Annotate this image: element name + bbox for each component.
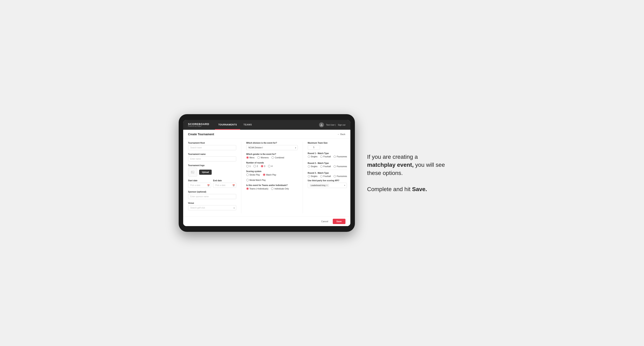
tournament-name-input[interactable] (188, 156, 236, 162)
round3-foursomes[interactable]: Foursomes (334, 175, 347, 177)
scoring-match[interactable]: Match Play (263, 173, 276, 176)
gender-womens-radio[interactable] (257, 156, 260, 159)
brand-subtitle: Powered by clippit (188, 125, 210, 127)
brand: SCOREBOARD Powered by clippit (188, 123, 210, 127)
gender-combined[interactable]: Combined (272, 156, 284, 159)
gender-field: Which gender is the event for? Mens Wome… (246, 153, 298, 159)
api-select-display[interactable]: Leaderboard King ✕ ▾ (308, 183, 347, 188)
back-link[interactable]: ← Back (338, 133, 346, 136)
api-tag-remove[interactable]: ✕ (326, 184, 328, 186)
scoring-medal[interactable]: Medal Match Play (246, 179, 266, 181)
gender-combined-label: Combined (275, 157, 284, 159)
round2-foursomes-label: Foursomes (337, 165, 347, 168)
scoring-stroke[interactable]: Stroke Play (246, 173, 260, 176)
annotation-top: If you are creating a matchplay event, y… (367, 153, 445, 177)
max-team-size-label: Maximum Team Size (308, 142, 347, 144)
round3-section: Round 3 - Match Type Singles Fourball (308, 172, 347, 177)
round3-singles-radio[interactable] (308, 175, 310, 177)
round3-fourball-radio[interactable] (320, 175, 322, 177)
individuals-only[interactable]: Individuals Only (271, 187, 289, 190)
gender-mens-radio[interactable] (246, 156, 249, 159)
tournament-host-label: Tournament Host (188, 142, 236, 144)
round3-singles[interactable]: Singles (308, 175, 318, 177)
round2-fourball-radio[interactable] (320, 165, 322, 168)
teams-plus-individuals[interactable]: Teams (+Individuals) (246, 187, 268, 190)
round3-foursomes-radio[interactable] (334, 175, 336, 177)
rounds-field: Number of rounds 1 2 (246, 162, 298, 167)
round1-foursomes-radio[interactable] (334, 156, 336, 158)
upload-button[interactable]: Upload (199, 170, 212, 175)
annotation-bold-save: Save. (412, 186, 427, 192)
start-date-field: Start date 📅 (188, 179, 211, 188)
division-field: Which division is the event for? NCAA Di… (246, 142, 298, 150)
divider-2 (308, 170, 347, 170)
cancel-button[interactable]: Cancel (319, 219, 331, 224)
round-2-label: 2 (257, 165, 258, 167)
tournament-name-field: Tournament name (188, 153, 236, 162)
round3-fourball[interactable]: Fourball (320, 175, 331, 177)
round-2-radio[interactable] (254, 165, 256, 167)
round1-singles[interactable]: Singles (308, 156, 318, 158)
round2-foursomes-radio[interactable] (334, 165, 336, 168)
round3-foursomes-label: Foursomes (337, 175, 347, 177)
round-1-radio[interactable] (246, 165, 249, 167)
sponsor-field: Sponsor (optional) (188, 191, 236, 199)
signout-link[interactable]: Sign out (338, 124, 346, 126)
tournament-name-label: Tournament name (188, 153, 236, 155)
gender-womens[interactable]: Womens (257, 156, 268, 159)
right-column: Maximum Team Size Round 1 - Match Type S… (303, 142, 347, 213)
round1-fourball[interactable]: Fourball (320, 156, 331, 158)
max-team-size-field: Maximum Team Size (308, 142, 347, 150)
teams-plus-radio[interactable] (246, 187, 249, 190)
svg-point-0 (321, 124, 322, 125)
round1-label: Round 1 - Match Type (308, 152, 347, 155)
scoring-stroke-radio[interactable] (246, 173, 249, 176)
division-select-wrapper: NCAA Division I NCAA Division II NCAA Di… (246, 145, 298, 150)
round-3-radio[interactable] (261, 165, 263, 167)
max-team-size-input[interactable] (308, 145, 320, 150)
end-date-input[interactable] (213, 183, 236, 188)
start-date-input[interactable] (188, 183, 211, 188)
venue-field: Venue (188, 202, 236, 210)
round2-singles[interactable]: Singles (308, 165, 318, 168)
tournament-host-input[interactable] (188, 145, 236, 150)
gender-womens-label: Womens (261, 157, 268, 159)
round1-singles-radio[interactable] (308, 156, 310, 158)
individuals-only-radio[interactable] (271, 187, 274, 190)
round1-foursomes[interactable]: Foursomes (334, 156, 347, 158)
scoring-field: Scoring system Stroke Play Match Play (246, 170, 298, 181)
sponsor-label: Sponsor (optional) (188, 191, 236, 193)
rounds-radio-group: 1 2 3 (246, 165, 298, 167)
round2-singles-label: Singles (311, 165, 318, 168)
middle-column: Which division is the event for? NCAA Di… (241, 142, 303, 213)
api-tag-text: Leaderboard King (311, 184, 326, 186)
save-button[interactable]: Save (333, 219, 346, 224)
round2-fourball[interactable]: Fourball (320, 165, 331, 168)
scoring-match-radio[interactable] (263, 173, 265, 176)
division-label: Which division is the event for? (246, 142, 298, 144)
venue-input[interactable] (188, 205, 236, 210)
gender-combined-radio[interactable] (272, 156, 274, 159)
round3-fourball-label: Fourball (323, 175, 331, 177)
division-select[interactable]: NCAA Division I NCAA Division II NCAA Di… (246, 145, 298, 150)
round1-foursomes-label: Foursomes (337, 156, 347, 158)
round-4-radio[interactable] (268, 165, 270, 167)
round-4-label: 4 (271, 165, 272, 167)
tab-tournaments[interactable]: TOURNAMENTS (215, 120, 240, 130)
round1-fourball-radio[interactable] (320, 156, 322, 158)
round1-singles-label: Singles (311, 156, 318, 158)
tab-teams[interactable]: TEAMS (240, 120, 255, 130)
round-1[interactable]: 1 (246, 165, 251, 167)
gender-mens[interactable]: Mens (246, 156, 254, 159)
individuals-only-label: Individuals Only (274, 188, 289, 190)
scoring-medal-radio[interactable] (246, 179, 249, 181)
round2-foursomes[interactable]: Foursomes (334, 165, 347, 168)
round-3[interactable]: 3 (261, 165, 265, 167)
round-4[interactable]: 4 (268, 165, 272, 167)
sponsor-input[interactable] (188, 194, 236, 199)
gender-radio-group: Mens Womens Combined (246, 156, 298, 159)
round-2[interactable]: 2 (254, 165, 258, 167)
round2-singles-radio[interactable] (308, 165, 310, 168)
venue-label: Venue (188, 202, 236, 204)
annotation-area: If you are creating a matchplay event, y… (367, 153, 466, 193)
